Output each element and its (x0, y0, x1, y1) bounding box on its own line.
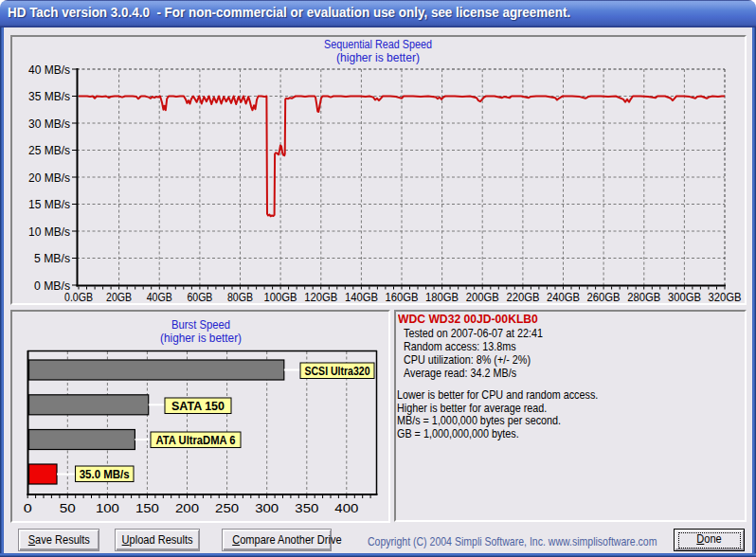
svg-text:120GB: 120GB (304, 291, 337, 304)
svg-text:35 MB/s: 35 MB/s (28, 90, 70, 103)
svg-text:320GB: 320GB (709, 291, 742, 304)
svg-text:250: 250 (215, 501, 239, 515)
svg-text:20 MB/s: 20 MB/s (28, 171, 70, 185)
svg-text:240GB: 240GB (547, 291, 580, 304)
svg-text:80GB: 80GB (227, 291, 253, 304)
svg-text:40 MB/s: 40 MB/s (28, 63, 70, 77)
svg-text:0.0GB: 0.0GB (64, 291, 93, 304)
svg-text:SATA 150: SATA 150 (171, 400, 225, 413)
svg-text:35.0 MB/s: 35.0 MB/s (80, 468, 130, 481)
svg-text:15 MB/s: 15 MB/s (28, 198, 70, 211)
svg-text:10 MB/s: 10 MB/s (28, 225, 70, 239)
svg-text:200: 200 (175, 501, 199, 515)
svg-text:ATA UltraDMA 6: ATA UltraDMA 6 (156, 434, 236, 447)
svg-text:260GB: 260GB (587, 291, 621, 304)
svg-text:(higher is better): (higher is better) (336, 51, 420, 64)
svg-text:100: 100 (96, 501, 119, 515)
svg-text:Burst Speed: Burst Speed (171, 318, 230, 332)
svg-text:60GB: 60GB (187, 291, 212, 304)
svg-text:200GB: 200GB (466, 291, 499, 304)
svg-text:280GB: 280GB (627, 291, 660, 304)
svg-text:Sequential Read Speed: Sequential Read Speed (324, 38, 432, 51)
svg-text:160GB: 160GB (386, 291, 419, 304)
svg-text:100GB: 100GB (264, 291, 297, 304)
svg-text:400: 400 (334, 501, 358, 515)
svg-text:180GB: 180GB (425, 291, 459, 304)
svg-text:0: 0 (24, 501, 32, 515)
svg-text:SCSI Ultra320: SCSI Ultra320 (305, 365, 370, 378)
svg-text:5 MB/s: 5 MB/s (34, 252, 70, 265)
svg-text:350: 350 (295, 501, 318, 515)
svg-text:20GB: 20GB (106, 291, 132, 304)
svg-text:140GB: 140GB (345, 291, 378, 304)
svg-text:50: 50 (60, 501, 76, 515)
svg-text:220GB: 220GB (506, 291, 539, 304)
svg-text:30 MB/s: 30 MB/s (28, 117, 70, 131)
svg-text:40GB: 40GB (147, 291, 172, 304)
svg-text:(higher is better): (higher is better) (160, 332, 242, 345)
svg-text:300: 300 (255, 501, 279, 515)
svg-text:150: 150 (135, 501, 159, 515)
svg-text:300GB: 300GB (668, 291, 701, 304)
svg-text:25 MB/s: 25 MB/s (28, 144, 70, 157)
